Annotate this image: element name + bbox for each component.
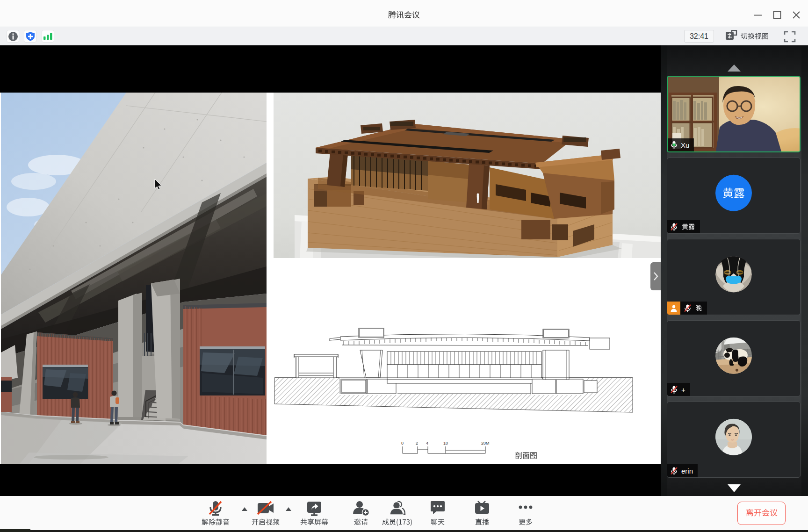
svg-text:2: 2 xyxy=(416,441,418,446)
svg-text:4: 4 xyxy=(426,441,428,446)
svg-text:0: 0 xyxy=(401,441,404,446)
svg-text:10: 10 xyxy=(443,441,448,446)
svg-text:20M: 20M xyxy=(481,441,490,446)
